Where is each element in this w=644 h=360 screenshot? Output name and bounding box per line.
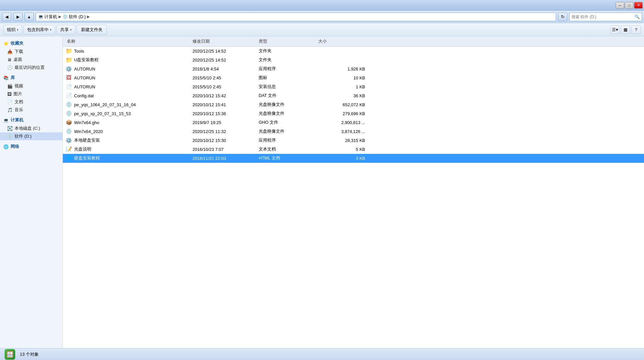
statusbar-logo: 🪟 bbox=[4, 349, 16, 360]
organize-button[interactable]: 组织 ▾ bbox=[3, 25, 22, 35]
file-size: 10 KB bbox=[317, 75, 366, 80]
txt-file-icon: 📝 bbox=[65, 146, 72, 153]
computer-icon: 💻 bbox=[38, 14, 43, 19]
photo-label: 图片 bbox=[14, 91, 22, 97]
local-c-label: 本地磁盘 (C:) bbox=[15, 125, 40, 131]
forward-button[interactable]: ▶ bbox=[13, 13, 22, 21]
file-name: Config.dat bbox=[74, 93, 94, 98]
sidebar-item-local-c[interactable]: 💽 本地磁盘 (C:) bbox=[0, 124, 63, 132]
pack-arrow: ▾ bbox=[50, 28, 52, 31]
organize-arrow: ▾ bbox=[17, 28, 19, 31]
share-button[interactable]: 共享 ▾ bbox=[57, 25, 75, 35]
file-size: 3 KB bbox=[317, 156, 366, 161]
header-size[interactable]: 大小 bbox=[317, 38, 366, 45]
file-name: 光盘说明 bbox=[74, 146, 91, 152]
header-name[interactable]: 名称 bbox=[65, 38, 191, 45]
table-row[interactable]: 📝 光盘说明 2016/10/23 7:07 文本文档 5 KB bbox=[63, 145, 644, 154]
table-row[interactable]: ⚙️ 本地硬盘安装 2020/10/12 15:30 应用程序 28,315 K… bbox=[63, 136, 644, 145]
table-row[interactable]: 📦 Win7x64.gho 2019/9/7 19:25 GHO 文件 2,90… bbox=[63, 118, 644, 127]
search-input[interactable] bbox=[572, 15, 634, 19]
breadcrumb-computer[interactable]: 💻 计算机 bbox=[38, 14, 57, 20]
file-name-cell: 🖼 AUTORUN bbox=[65, 74, 191, 82]
view2-button[interactable]: ▦ bbox=[621, 25, 630, 34]
file-size: 1,926 KB bbox=[317, 67, 366, 71]
toolbar: 组织 ▾ 包含到库中 ▾ 共享 ▾ 新建文件夹 ☰ ▾ ▦ ? bbox=[0, 23, 644, 36]
favorites-section: ⭐ 收藏夹 📥 下载 🖥 桌面 🕐 最近访问的位置 bbox=[0, 39, 63, 71]
file-name: pe_yqs_xp_20_07_31_15_53 bbox=[74, 111, 131, 116]
file-name: AUTORUN bbox=[74, 75, 95, 80]
music-icon: 🎵 bbox=[7, 108, 13, 112]
file-name-cell: 📄 AUTORUN bbox=[65, 83, 191, 91]
favorites-group[interactable]: ⭐ 收藏夹 bbox=[0, 39, 63, 48]
file-date: 2016/10/23 7:07 bbox=[191, 147, 257, 152]
search-bar[interactable]: 🔍 bbox=[569, 13, 642, 21]
network-group[interactable]: 🌐 网络 bbox=[0, 142, 63, 151]
table-row[interactable]: 📁 U盘安装教程 2020/12/25 14:52 文件夹 bbox=[63, 56, 644, 65]
sidebar-item-download[interactable]: 📥 下载 bbox=[0, 48, 63, 56]
refresh-button[interactable]: ↻ bbox=[558, 13, 567, 21]
breadcrumb-drive[interactable]: 💿 软件 (D:) bbox=[63, 14, 86, 20]
table-row[interactable]: 📁 Tools 2020/12/25 14:52 文件夹 bbox=[63, 47, 644, 56]
up-button[interactable]: ▲ bbox=[24, 13, 34, 21]
table-row[interactable]: 💿 pe_yqs_1064_20_07_31_16_04 2020/10/12 … bbox=[63, 100, 644, 109]
soft-d-label: 软件 (D:) bbox=[15, 133, 31, 139]
file-date: 2020/12/25 14:52 bbox=[191, 49, 257, 54]
minimize-button[interactable]: ─ bbox=[616, 2, 624, 9]
file-date: 2016/11/21 22:03 bbox=[191, 156, 257, 161]
folder-file-icon: 📁 bbox=[65, 48, 72, 54]
file-name-cell: 💿 pe_yqs_1064_20_07_31_16_04 bbox=[65, 101, 191, 109]
doc-icon: 📄 bbox=[7, 100, 13, 105]
desktop-icon: 🖥 bbox=[7, 57, 12, 62]
table-row[interactable]: 💿 pe_yqs_xp_20_07_31_15_53 2020/10/12 15… bbox=[63, 109, 644, 118]
breadcrumb-computer-label: 计算机 bbox=[44, 14, 57, 20]
download-label: 下载 bbox=[15, 49, 23, 55]
file-type: DAT 文件 bbox=[257, 93, 317, 99]
sidebar-item-desktop[interactable]: 🖥 桌面 bbox=[0, 56, 63, 64]
recent-icon: 🕐 bbox=[7, 65, 13, 70]
sidebar-item-music[interactable]: 🎵 音乐 bbox=[0, 106, 63, 114]
close-button[interactable]: ✕ bbox=[634, 2, 643, 9]
file-name-cell: ⚙️ 本地硬盘安装 bbox=[65, 136, 191, 144]
img-file-icon: 🖼 bbox=[65, 74, 72, 81]
pack-button[interactable]: 包含到库中 ▾ bbox=[23, 25, 55, 35]
share-label: 共享 bbox=[60, 27, 69, 33]
maximize-button[interactable]: □ bbox=[625, 2, 633, 9]
header-type[interactable]: 类型 bbox=[257, 38, 317, 45]
sidebar-item-soft-d[interactable]: 💿 软件 (D:) bbox=[0, 132, 63, 140]
table-row[interactable]: 🖼 AUTORUN 2015/5/10 2:45 图标 10 KB bbox=[63, 73, 644, 82]
breadcrumb-sep-1: ▶ bbox=[59, 15, 61, 19]
titlebar-buttons: ─ □ ✕ bbox=[616, 2, 643, 9]
file-type: 文件夹 bbox=[257, 48, 317, 54]
sidebar-item-recent[interactable]: 🕐 最近访问的位置 bbox=[0, 64, 63, 71]
table-row[interactable]: 📄 Config.dat 2020/10/12 15:42 DAT 文件 36 … bbox=[63, 91, 644, 100]
file-name: Win7x64_2020 bbox=[74, 129, 103, 134]
back-button[interactable]: ◀ bbox=[2, 13, 11, 21]
file-date: 2016/1/8 4:54 bbox=[191, 67, 257, 71]
network-icon: 🌐 bbox=[3, 144, 9, 149]
file-list-container[interactable]: 名称 修改日期 类型 大小 📁 Tools 2020/12/25 14:52 文… bbox=[63, 36, 644, 348]
file-date: 2020/10/12 15:41 bbox=[191, 102, 257, 107]
table-row[interactable]: 💿 Win7x64_2020 2020/12/25 11:32 光盘映像文件 3… bbox=[63, 127, 644, 136]
computer-group[interactable]: 💻 计算机 bbox=[0, 116, 63, 124]
view-arrow: ▾ bbox=[616, 27, 618, 32]
network-label: 网络 bbox=[11, 144, 19, 150]
sidebar-item-photo[interactable]: 🖼 图片 bbox=[0, 90, 63, 98]
sidebar: ⭐ 收藏夹 📥 下载 🖥 桌面 🕐 最近访问的位置 📚 库 🎬 bbox=[0, 36, 63, 348]
sidebar-item-doc[interactable]: 📄 文档 bbox=[0, 98, 63, 106]
sidebar-item-video[interactable]: 🎬 视频 bbox=[0, 82, 63, 90]
computer-sidebar-icon: 💻 bbox=[3, 118, 9, 123]
help-icon: ? bbox=[635, 27, 637, 32]
library-group[interactable]: 📚 库 bbox=[0, 73, 63, 82]
view-button[interactable]: ☰ ▾ bbox=[610, 25, 620, 34]
table-row[interactable]: 🌐 硬盘安装教程 2016/11/21 22:03 HTML 文档 3 KB bbox=[63, 154, 644, 163]
file-name: 硬盘安装教程 bbox=[74, 155, 100, 161]
table-row[interactable]: ⚙️ AUTORUN 2016/1/8 4:54 应用程序 1,926 KB bbox=[63, 65, 644, 73]
table-row[interactable]: 📄 AUTORUN 2015/5/10 2:45 安装信息 1 KB bbox=[63, 82, 644, 91]
folder-file-icon: 📁 bbox=[65, 57, 72, 63]
exe-file-icon: ⚙️ bbox=[65, 66, 72, 72]
help-button[interactable]: ? bbox=[631, 25, 641, 34]
breadcrumb[interactable]: 💻 计算机 ▶ 💿 软件 (D:) ▶ bbox=[36, 13, 556, 21]
file-date: 2020/10/12 15:30 bbox=[191, 138, 257, 143]
header-date[interactable]: 修改日期 bbox=[191, 38, 257, 45]
new-folder-button[interactable]: 新建文件夹 bbox=[77, 25, 107, 35]
